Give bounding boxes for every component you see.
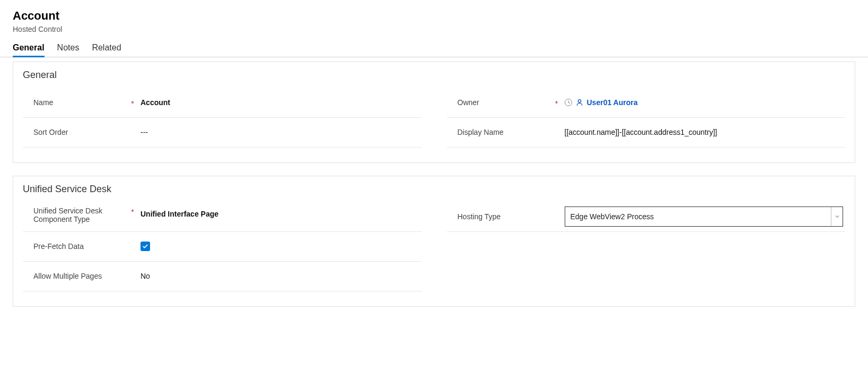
required-spacer xyxy=(553,216,560,218)
field-hosting-type: Hosting Type Edge WebView2 Process xyxy=(447,202,846,232)
field-pre-fetch-label: Pre-Fetch Data xyxy=(33,242,84,251)
required-spacer xyxy=(129,132,136,133)
field-sort-order[interactable]: Sort Order --- xyxy=(23,118,422,148)
field-hosting-type-label: Hosting Type xyxy=(458,212,501,221)
field-allow-multi-label: Allow Multiple Pages xyxy=(33,272,102,280)
section-usd-title: Unified Service Desk xyxy=(23,184,845,195)
field-component-type-label: Unified Service Desk Component Type xyxy=(33,206,129,223)
hosting-type-select-value: Edge WebView2 Process xyxy=(571,212,831,221)
field-component-type[interactable]: Unified Service Desk Component Type * Un… xyxy=(23,202,422,232)
section-general: General Name * Account Sort Order --- xyxy=(13,62,855,163)
field-display-name-value: [[account.name]]-[[account.address1_coun… xyxy=(560,128,846,136)
clock-icon xyxy=(565,99,572,106)
field-sort-order-value: --- xyxy=(136,128,422,136)
field-allow-multi-value: No xyxy=(136,272,422,280)
required-icon: * xyxy=(553,98,560,107)
field-owner-value[interactable]: User01 Aurora xyxy=(587,98,638,107)
field-name-value: Account xyxy=(136,98,422,107)
required-spacer xyxy=(129,246,136,247)
tab-list: General Notes Related xyxy=(0,33,868,57)
field-name[interactable]: Name * Account xyxy=(23,88,422,118)
field-display-name[interactable]: Display Name [[account.name]]-[[account.… xyxy=(447,118,846,148)
field-component-type-value: Unified Interface Page xyxy=(136,206,422,218)
required-spacer xyxy=(553,132,560,133)
hosting-type-select[interactable]: Edge WebView2 Process xyxy=(565,206,844,227)
chevron-down-icon xyxy=(831,207,843,226)
field-owner-label: Owner xyxy=(458,98,479,107)
field-allow-multi[interactable]: Allow Multiple Pages No xyxy=(23,262,422,291)
required-spacer xyxy=(129,276,136,277)
page-subtitle: Hosted Control xyxy=(13,25,855,33)
tab-related[interactable]: Related xyxy=(92,43,121,57)
section-usd: Unified Service Desk Unified Service Des… xyxy=(13,176,855,307)
pre-fetch-checkbox[interactable] xyxy=(141,242,150,251)
required-icon: * xyxy=(129,98,136,107)
required-icon: * xyxy=(129,206,136,216)
page-title: Account xyxy=(13,8,855,24)
field-owner[interactable]: Owner * User01 Aurora xyxy=(447,88,846,118)
field-display-name-label: Display Name xyxy=(458,128,504,136)
section-general-title: General xyxy=(23,70,845,81)
tab-notes[interactable]: Notes xyxy=(57,43,80,57)
person-icon xyxy=(575,98,584,107)
field-sort-order-label: Sort Order xyxy=(33,128,68,136)
field-name-label: Name xyxy=(33,98,53,107)
field-pre-fetch[interactable]: Pre-Fetch Data xyxy=(23,232,422,262)
tab-general[interactable]: General xyxy=(13,43,45,57)
